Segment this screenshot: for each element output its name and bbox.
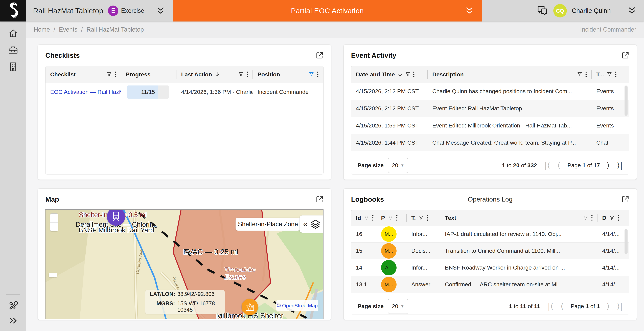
filter-icon[interactable] (610, 215, 614, 220)
sort-descending-icon[interactable] (215, 72, 220, 77)
prev-page-button[interactable]: ⟨ (557, 162, 561, 170)
filter-icon[interactable] (419, 215, 424, 220)
app-logo[interactable] (0, 0, 26, 22)
first-page-button[interactable]: |⟨ (544, 162, 550, 170)
col-header-progress[interactable]: Progress (121, 66, 176, 83)
last-page-button[interactable]: ⟩| (617, 302, 623, 310)
column-menu-icon[interactable] (396, 215, 398, 221)
logbook-row[interactable]: 15 M... Decis... Transition to Unified C… (351, 242, 629, 259)
open-external-icon[interactable] (621, 195, 629, 203)
sidebar-expand-icon[interactable] (9, 317, 18, 324)
chat-icon[interactable] (536, 5, 548, 17)
col-header-type[interactable]: T... (592, 66, 623, 83)
rail-yard-label: BNSF Millbrook Rail Yard (78, 226, 154, 234)
layers-icon[interactable] (311, 219, 320, 229)
user-name: Charlie Quinn (572, 7, 611, 14)
map-panel: Map (38, 188, 331, 320)
chevron-double-down-icon[interactable] (465, 7, 474, 15)
breadcrumb-home[interactable]: Home (34, 26, 50, 33)
next-page-button[interactable]: ⟩ (606, 302, 610, 310)
first-page-button[interactable]: |⟨ (548, 302, 554, 310)
col-header-id[interactable]: Id (351, 210, 376, 226)
activity-row[interactable]: 4/15/2026, 1:44 PM CST Chat Message Crea… (351, 134, 629, 151)
checklist-link[interactable]: EOC Activation — Rail HazM (50, 89, 121, 95)
column-menu-icon[interactable] (413, 71, 415, 78)
page-size-select[interactable]: 20 ▼ (388, 158, 408, 173)
eoc-activation-banner[interactable]: Partial EOC Activation (173, 0, 482, 22)
user-avatar[interactable]: CQ (553, 4, 567, 18)
scrollbar[interactable] (623, 83, 629, 100)
open-external-icon[interactable] (316, 52, 324, 60)
col-header-last-action[interactable]: Last Action (176, 66, 253, 83)
admin-tools-icon[interactable] (8, 301, 18, 310)
column-menu-icon[interactable] (615, 71, 617, 78)
activity-row[interactable]: 4/15/2026, 2:12 PM CST Event Edited: Rai… (351, 100, 629, 117)
zoom-in-button[interactable]: + (50, 214, 58, 222)
sort-descending-icon[interactable] (398, 72, 402, 77)
zoom-out-button[interactable]: − (50, 222, 58, 231)
filter-icon[interactable] (607, 72, 612, 77)
column-menu-icon[interactable] (591, 215, 593, 221)
panel-title: Map (45, 196, 59, 203)
last-page-button[interactable]: ⟩| (617, 162, 623, 170)
filter-icon[interactable] (106, 72, 112, 77)
collapse-icon[interactable]: « (303, 220, 308, 228)
page-size-select[interactable]: 20 ▼ (388, 299, 408, 314)
logbook-row[interactable]: 13.1 M... Answer Confirmed — ARC shelter… (351, 276, 629, 293)
user-menu-chevron-icon[interactable] (628, 7, 636, 15)
event-menu-toggle[interactable] (144, 0, 173, 22)
app-root: Rail HazMat Tabletop E Exercise Partial … (0, 0, 644, 331)
map-canvas[interactable]: Shelter-in-Place 0.5 mi Derailment Site … (45, 210, 324, 320)
osm-link[interactable]: © OpenStreetMap (277, 303, 318, 308)
logbook-row[interactable]: 14 A... Infor... BNSF Roadway Worker in … (351, 259, 629, 276)
breadcrumb-events[interactable]: Events (59, 26, 78, 33)
filter-icon[interactable] (577, 72, 582, 77)
column-menu-icon[interactable] (317, 71, 319, 78)
current-position-label: Incident Commander (580, 26, 636, 33)
col-header-date[interactable]: D (598, 210, 623, 226)
activation-level-label: Partial EOC Activation (291, 7, 364, 15)
last-action-cell: 4/14/2026, 1:36 PM - Charlie (176, 89, 253, 95)
next-page-button[interactable]: ⟩ (606, 162, 610, 170)
column-menu-icon[interactable] (372, 215, 374, 221)
page-indicator: Page 1 of 17 (568, 162, 600, 168)
neighborhood-label: Timberlake (224, 266, 256, 274)
top-bar: Rail HazMat Tabletop E Exercise Partial … (0, 0, 644, 22)
filter-icon[interactable] (583, 215, 588, 220)
column-menu-icon[interactable] (618, 215, 619, 221)
map-layers-control[interactable]: « (300, 216, 324, 232)
logbook-row[interactable]: 16 M... Infor... IAP-1 draft circulated … (351, 226, 629, 242)
shelter-marker[interactable] (242, 299, 258, 315)
building-icon[interactable] (8, 62, 18, 72)
chevron-double-down-icon (156, 7, 165, 15)
column-menu-icon[interactable] (585, 71, 587, 78)
filter-icon[interactable] (238, 72, 244, 77)
home-icon[interactable] (8, 28, 18, 38)
column-menu-icon[interactable] (427, 215, 428, 221)
latlon-value: 38.942/-92.806 (177, 291, 214, 297)
event-title: Rail HazMat Tabletop (33, 7, 103, 15)
column-menu-icon[interactable] (115, 71, 116, 78)
sidebar (0, 22, 26, 331)
filter-icon[interactable] (405, 72, 410, 77)
col-header-description[interactable]: Description (428, 66, 592, 83)
toolbox-icon[interactable] (8, 45, 18, 55)
filter-active-icon[interactable] (309, 72, 314, 77)
scrollbar[interactable] (623, 226, 629, 242)
column-menu-icon[interactable] (246, 71, 248, 78)
open-external-icon[interactable] (621, 52, 629, 60)
col-header-type[interactable]: T. (406, 210, 440, 226)
checklist-row[interactable]: EOC Activation — Rail HazM 11/15 4/14/20… (46, 83, 323, 101)
col-header-position[interactable]: Position (253, 66, 323, 83)
prev-page-button[interactable]: ⟨ (560, 302, 564, 310)
filter-icon[interactable] (364, 215, 369, 220)
open-external-icon[interactable] (316, 195, 324, 203)
col-header-checklist[interactable]: Checklist (46, 66, 121, 83)
activity-row[interactable]: 4/15/2026, 2:12 PM CST Charlie Quinn has… (351, 83, 629, 100)
filter-icon[interactable] (388, 215, 393, 220)
activity-row[interactable]: 4/15/2026, 1:59 PM CST Event Edited: Mil… (351, 117, 629, 134)
col-header-priority[interactable]: P (376, 210, 406, 226)
panel-title: Event Activity (351, 52, 396, 60)
col-header-text[interactable]: Text (440, 210, 598, 226)
col-header-datetime[interactable]: Date and Time (351, 66, 428, 83)
